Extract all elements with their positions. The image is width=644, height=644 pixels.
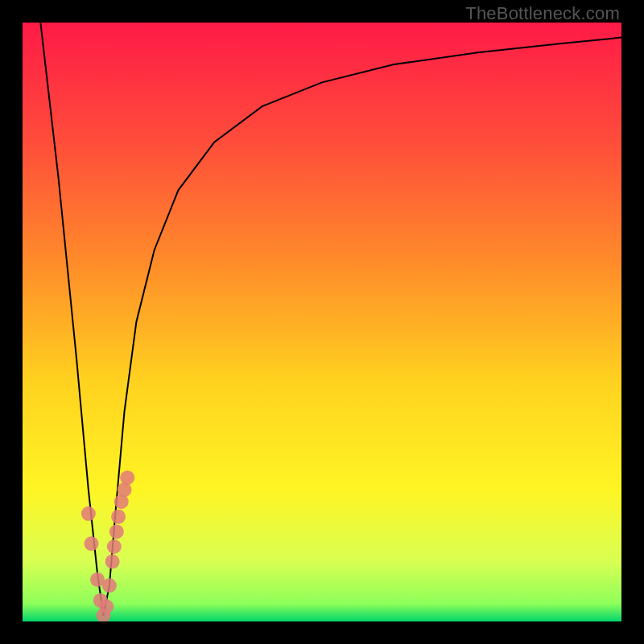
marker-dot bbox=[102, 578, 117, 592]
marker-dot bbox=[120, 470, 134, 485]
chart-frame bbox=[23, 23, 621, 621]
marker-dot bbox=[109, 524, 124, 539]
marker-dot bbox=[107, 539, 122, 554]
marker-dot bbox=[85, 536, 99, 551]
watermark-text: TheBottleneck.com bbox=[465, 3, 620, 24]
bottleneck-chart bbox=[23, 23, 621, 621]
marker-dot bbox=[99, 599, 114, 613]
marker-dot bbox=[111, 510, 126, 524]
marker-dot bbox=[81, 506, 96, 521]
marker-dot bbox=[105, 555, 120, 569]
